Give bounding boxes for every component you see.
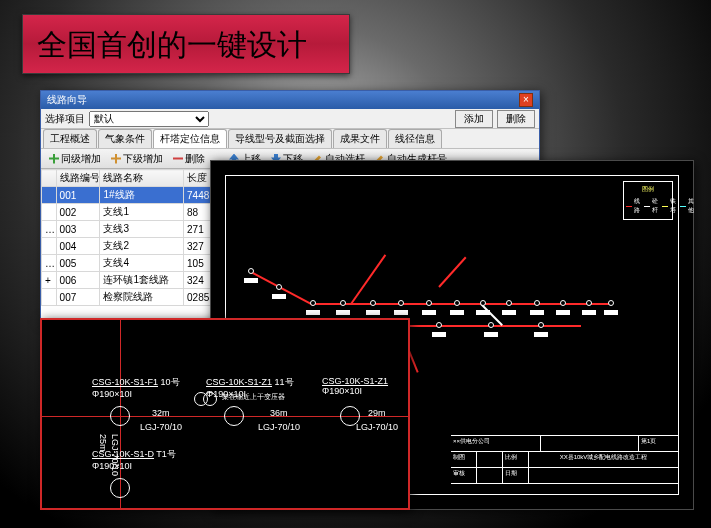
vspan-len: 25m — [98, 434, 108, 452]
pole-symbol — [110, 478, 130, 498]
pole-node — [436, 322, 442, 328]
titlebar: 线路向导 × — [41, 91, 539, 109]
span-length: 29m — [368, 408, 386, 418]
span-length: 32m — [152, 408, 170, 418]
pole-node — [310, 300, 316, 306]
span-length: 36m — [270, 408, 288, 418]
config-row: 选择项目 默认 添加 删除 — [41, 109, 539, 129]
table-row[interactable]: 007检察院线路0285 — [42, 289, 230, 306]
pole-node — [608, 300, 614, 306]
vspan-wire: LGJ-70/10 — [110, 434, 120, 476]
project-label: 选择项目 — [45, 112, 85, 126]
pole-node — [480, 300, 486, 306]
tab-5[interactable]: 线径信息 — [388, 129, 442, 148]
pole-label: CSG-10K-S1-Z1Φ190×10I — [322, 376, 388, 396]
legend-box: 图例 线路砼杆铁塔其他 — [623, 181, 673, 220]
pole-node — [534, 300, 540, 306]
plus-icon — [111, 154, 121, 164]
pole-node — [426, 300, 432, 306]
table-row[interactable]: 002支线188 — [42, 204, 230, 221]
add-child-button[interactable]: 下级增加 — [107, 151, 167, 167]
pole-node — [398, 300, 404, 306]
tab-1[interactable]: 气象条件 — [98, 129, 152, 148]
table-row[interactable]: 004支线2327 — [42, 238, 230, 255]
legend-item: 砼杆 — [644, 196, 660, 216]
pole-node — [538, 322, 544, 328]
span-wire: LGJ-70/10 — [356, 422, 398, 432]
table-row[interactable]: +006连环镇1套线路324 — [42, 272, 230, 289]
legend-item: 线路 — [626, 196, 642, 216]
tab-row: 工程概述气象条件杆塔定位信息导线型号及截面选择成果文件线径信息 — [41, 129, 539, 149]
detail-zoom: CSG-10K-S1-F1 10号Φ190×10ICSG-10K-S1-Z1 1… — [40, 318, 410, 510]
span-wire: LGJ-70/10 — [258, 422, 300, 432]
project-select[interactable]: 默认 — [89, 111, 209, 127]
pole-node — [370, 300, 376, 306]
pole-symbol — [224, 406, 244, 426]
tab-2[interactable]: 杆塔定位信息 — [153, 129, 227, 148]
add-project-button[interactable]: 添加 — [455, 110, 493, 128]
project-title: XX县10kV城乡配电线路改造工程 — [529, 452, 679, 467]
pole-node — [506, 300, 512, 306]
pole-node — [586, 300, 592, 306]
legend-item: 其他 — [680, 196, 696, 216]
pole-node — [276, 284, 282, 290]
del-project-button[interactable]: 删除 — [497, 110, 535, 128]
pole-label: CSG-10K-S1-F1 10号Φ190×10I — [92, 376, 180, 399]
pole-node — [488, 322, 494, 328]
company-cell: ××供电分公司 — [451, 436, 541, 451]
tab-3[interactable]: 导线型号及截面选择 — [228, 129, 332, 148]
close-icon[interactable]: × — [519, 93, 533, 107]
pole-symbol — [110, 406, 130, 426]
add-sibling-button[interactable]: 同级增加 — [45, 151, 105, 167]
span-wire: LGJ-70/10 — [140, 422, 182, 432]
plus-icon — [49, 154, 59, 164]
legend-title: 图例 — [626, 184, 670, 195]
tab-4[interactable]: 成果文件 — [333, 129, 387, 148]
pole-node — [248, 268, 254, 274]
minus-icon — [173, 154, 183, 164]
transformer-note: 架在临近上干变压器 — [222, 392, 285, 402]
legend-item: 铁塔 — [662, 196, 678, 216]
title-block: ××供电分公司 第1页 制图 比例 XX县10kV城乡配电线路改造工程 审核 日… — [451, 435, 679, 495]
table-row[interactable]: …003支线3271 — [42, 221, 230, 238]
delete-route-button[interactable]: 删除 — [169, 151, 209, 167]
route-table[interactable]: 线路编号线路名称长度 (m)0011#线路7448002支线188…003支线3… — [41, 169, 231, 321]
window-title: 线路向导 — [47, 93, 87, 107]
tab-0[interactable]: 工程概述 — [43, 129, 97, 148]
table-row[interactable]: …005支线4105 — [42, 255, 230, 272]
pole-node — [340, 300, 346, 306]
title-ribbon: 全国首创的一键设计 — [22, 14, 350, 74]
table-row[interactable]: 0011#线路7448 — [42, 187, 230, 204]
pole-node — [454, 300, 460, 306]
pole-node — [560, 300, 566, 306]
sheet-cell: 第1页 — [639, 436, 679, 451]
